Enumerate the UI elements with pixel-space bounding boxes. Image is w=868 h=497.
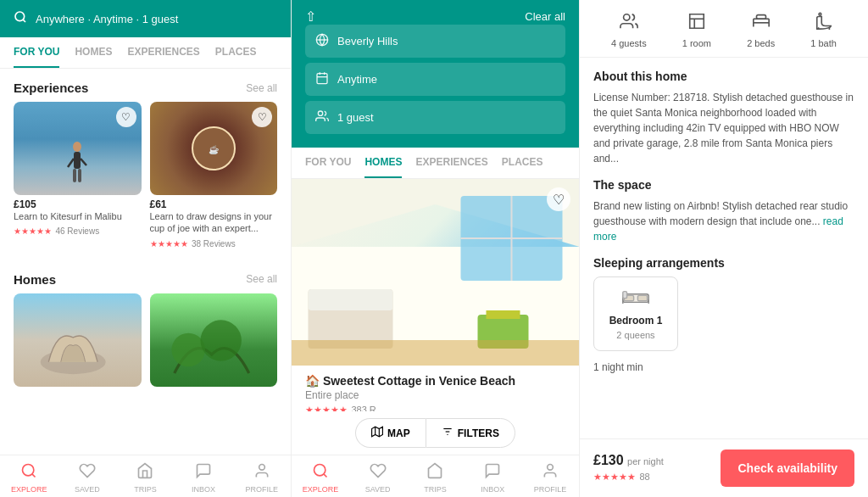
left-nav-inbox[interactable]: INBOX: [182, 462, 225, 494]
experience-card-2[interactable]: ♡ ☕ £61 Learn to draw designs in your cu…: [150, 102, 278, 250]
home-card-1[interactable]: [14, 293, 142, 387]
homes-title: Homes: [14, 272, 56, 287]
home-card-2[interactable]: [150, 293, 278, 387]
left-tab-homes[interactable]: HOMES: [75, 37, 112, 68]
price-per: per night: [627, 456, 664, 466]
left-nav-profile[interactable]: PROFILE: [241, 462, 283, 494]
filter-icon: [442, 426, 453, 440]
check-availability-button[interactable]: Check availability: [721, 450, 854, 487]
chevron-up-icon[interactable]: ⇧: [305, 8, 316, 25]
beds-amenity-icon: [752, 12, 771, 35]
middle-trips-icon: [426, 462, 443, 483]
listing-card[interactable]: ♡ 🏠 Sweetest Cottage in Venice Beach Ent…: [292, 179, 579, 411]
guests-amenity-icon: [620, 12, 638, 35]
svg-point-11: [171, 332, 205, 366]
filter-button[interactable]: FILTERS: [426, 418, 515, 448]
overlay-top-row: ⇧ Clear all: [305, 8, 565, 25]
svg-line-4: [68, 159, 74, 167]
experience-card-2-title: Learn to draw designs in your cup of joe…: [150, 210, 278, 235]
left-nav-explore[interactable]: EXPLORE: [8, 462, 50, 494]
left-nav-explore-label: EXPLORE: [11, 485, 47, 494]
home-card-2-image: [150, 293, 278, 387]
listing-title: 🏠 Sweetest Cottage in Venice Beach: [305, 374, 565, 388]
bath-amenity-icon: [815, 12, 833, 35]
middle-nav-trips[interactable]: TRIPS: [414, 462, 456, 494]
middle-tab-experiences[interactable]: EXPERIENCES: [415, 148, 487, 178]
middle-nav-inbox[interactable]: INBOX: [471, 462, 514, 494]
middle-bottom-nav: EXPLORE SAVED TRIPS INBOX PROFILE: [292, 455, 579, 497]
amenity-room: 1 room: [682, 12, 711, 48]
left-tab-places[interactable]: PLACES: [215, 37, 257, 68]
guests-field[interactable]: 1 guest: [305, 101, 565, 134]
middle-saved-icon: [370, 462, 387, 483]
left-nav-saved[interactable]: SAVED: [66, 462, 108, 494]
experience-card-2-image: ♡ ☕: [150, 102, 278, 195]
middle-tab-for-you[interactable]: FOR YOU: [305, 148, 351, 178]
search-icon: [14, 10, 27, 27]
experience-card-1-reviews: 46 Reviews: [55, 226, 99, 236]
amenities-row: 4 guests 1 room 2 beds 1 bath: [580, 0, 868, 58]
experience-card-1-heart[interactable]: ♡: [116, 107, 136, 127]
about-title: About this home: [593, 70, 854, 83]
experiences-title: Experiences: [14, 81, 88, 95]
svg-marker-33: [372, 427, 383, 437]
homes-header: Homes See all: [0, 260, 291, 293]
svg-line-14: [32, 474, 36, 477]
experience-card-2-stars: ★★★★★: [150, 239, 188, 248]
left-content: Experiences See all ♡: [0, 69, 291, 455]
middle-nav-profile[interactable]: PROFILE: [529, 462, 571, 494]
map-button[interactable]: MAP: [355, 418, 426, 448]
svg-point-12: [200, 320, 241, 360]
experience-card-1-price: £105: [14, 198, 142, 210]
search-bar[interactable]: Anywhere · Anytime · 1 guest: [0, 0, 291, 37]
svg-point-42: [623, 14, 629, 20]
amenity-bath: 1 bath: [810, 12, 837, 48]
experience-card-1[interactable]: ♡ £105 Learn to Kitesurf in Malibu ★★★★★: [14, 102, 142, 250]
room-amenity-icon: [687, 12, 706, 35]
middle-nav-saved[interactable]: SAVED: [357, 462, 399, 494]
price-stars: ★★★★★: [593, 472, 636, 482]
left-nav-trips[interactable]: TRIPS: [124, 462, 166, 494]
middle-panel: ⇧ Clear all Beverly Hills Anytime 1 gues…: [292, 0, 580, 497]
guests-text: 1 guest: [337, 111, 374, 124]
homes-see-all[interactable]: See all: [246, 273, 277, 285]
amenity-guests: 4 guests: [611, 12, 647, 48]
svg-line-40: [324, 474, 327, 477]
svg-rect-47: [637, 295, 647, 300]
bedroom-sub: 2 queens: [616, 330, 654, 340]
space-title: The space: [593, 178, 854, 192]
middle-nav-explore[interactable]: EXPLORE: [299, 462, 342, 494]
sleeping-title: Sleeping arrangements: [593, 256, 854, 270]
svg-rect-7: [78, 169, 81, 182]
svg-rect-31: [487, 310, 520, 319]
right-content: About this home License Number: 218718. …: [580, 58, 868, 438]
left-tab-experiences[interactable]: EXPERIENCES: [127, 37, 199, 68]
guests-amenity-label: 4 guests: [611, 38, 647, 48]
trips-icon: [136, 462, 153, 483]
experience-card-2-heart[interactable]: ♡: [252, 107, 272, 127]
svg-text:☕: ☕: [209, 144, 220, 155]
experience-card-1-stars: ★★★★★: [14, 226, 52, 236]
left-nav-inbox-label: INBOX: [192, 485, 215, 494]
experience-card-1-title: Learn to Kitesurf in Malibu: [14, 210, 142, 222]
search-overlay: ⇧ Clear all Beverly Hills Anytime 1 gues…: [292, 0, 579, 148]
listing-info: 🏠 Sweetest Cottage in Venice Beach Entir…: [292, 366, 579, 411]
listing-heart[interactable]: ♡: [547, 187, 570, 211]
svg-rect-48: [623, 292, 627, 299]
experiences-see-all[interactable]: See all: [246, 82, 277, 94]
clear-all-button[interactable]: Clear all: [525, 10, 565, 23]
date-field[interactable]: Anytime: [305, 63, 565, 96]
explore-icon: [20, 462, 37, 483]
experience-card-1-image: ♡: [14, 102, 142, 195]
listing-image: ♡: [292, 179, 579, 366]
amenity-beds: 2 beds: [747, 12, 775, 48]
location-field[interactable]: Beverly Hills: [305, 25, 565, 58]
middle-profile-label: PROFILE: [534, 485, 567, 494]
middle-inbox-label: INBOX: [481, 485, 504, 494]
space-text: Brand new listing on Airbnb! Stylish det…: [593, 198, 854, 244]
left-tab-for-you[interactable]: FOR YOU: [14, 37, 59, 68]
middle-tab-homes[interactable]: HOMES: [364, 148, 402, 178]
middle-tab-places[interactable]: PLACES: [502, 148, 543, 178]
experience-card-2-reviews: 38 Reviews: [192, 239, 236, 248]
experiences-cards: ♡ £105 Learn to Kitesurf in Malibu ★★★★★: [0, 102, 291, 260]
